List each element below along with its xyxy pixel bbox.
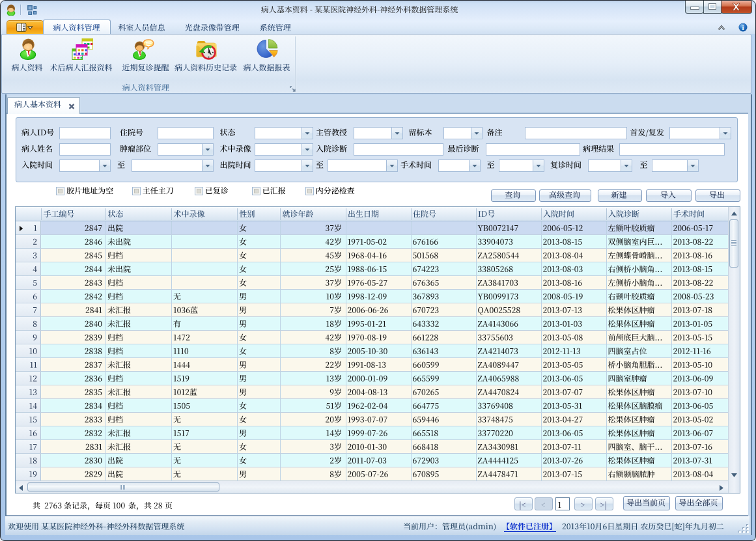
svg-text:i: i [742, 23, 744, 31]
